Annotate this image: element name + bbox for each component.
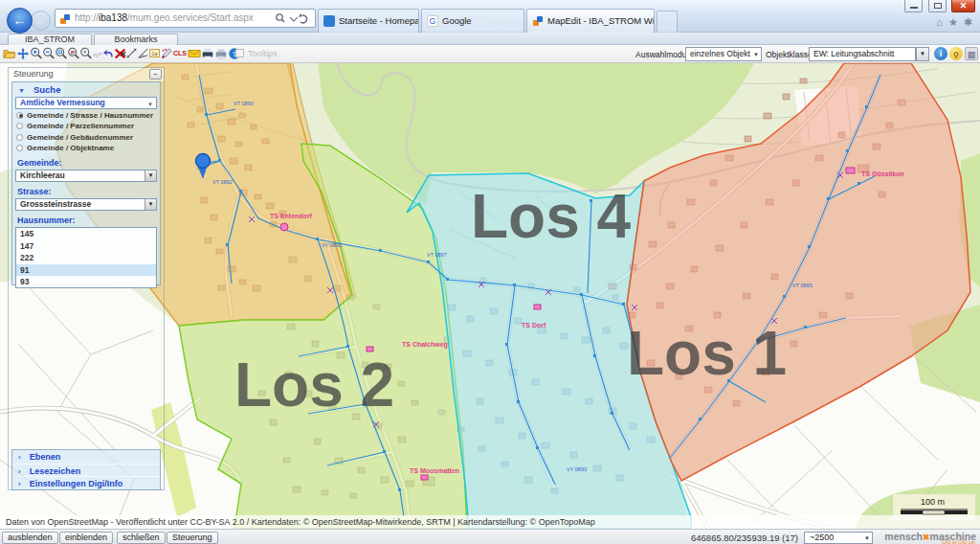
coordinates-display: 646865.80/235939.19 (17) (691, 533, 798, 543)
section-ebenen[interactable]: ›Ebenen (12, 450, 160, 464)
hausnummer-label: Hausnummer: (17, 215, 160, 225)
radio-option-parzellennummer[interactable]: Gemeinde / Parzellennummer (16, 122, 160, 131)
zoom-window-icon[interactable] (55, 47, 68, 60)
map-attribution: Daten von OpenStreetMap - Veröffentlicht… (0, 515, 980, 529)
info-icon[interactable]: i (934, 47, 947, 60)
startseite-favicon (323, 15, 335, 27)
star-icon[interactable]: ★ (948, 16, 958, 28)
panel-collapse-button[interactable]: − (149, 69, 162, 79)
ts-label-moosmatten: TS Moosmatten (410, 467, 459, 474)
panel-sections: ›Ebenen ›Lesezeichen ›Einstellungen Digi… (11, 449, 161, 490)
chevron-down-icon[interactable]: ▼ (145, 170, 156, 181)
plot-icon[interactable] (214, 47, 228, 60)
gear-icon[interactable]: ✱ (964, 16, 972, 28)
ts-marker (421, 475, 428, 480)
home-icon[interactable]: ⌂ (936, 16, 943, 28)
tooltips-checkbox[interactable] (235, 49, 244, 57)
radio-icon[interactable] (16, 145, 23, 151)
address-bar-icons[interactable] (273, 11, 313, 26)
close-button[interactable]: ✕ (951, 0, 975, 12)
einblenden-button[interactable]: einblenden (59, 532, 113, 544)
chevron-right-icon: › (18, 480, 21, 488)
section-einstellungen[interactable]: ›Einstellungen Digi/Info (12, 476, 160, 489)
hausnummer-item[interactable]: 147 (16, 240, 156, 253)
favorites-bar: IBA_STROM Bookmarks (0, 33, 980, 45)
tab-mapedit[interactable]: MapEdit - IBA_STROM Win32 × (526, 9, 655, 33)
chevron-down-icon: ▼ (18, 87, 25, 94)
favtab-bookmarks[interactable]: Bookmarks (94, 34, 178, 45)
url-path: /mum.geo.services/Start.aspx (127, 12, 254, 23)
forward-button[interactable]: → (31, 11, 51, 31)
chevron-down-icon: ▼ (147, 100, 153, 110)
hausnummer-item-selected[interactable]: 91 (16, 264, 156, 277)
panel-title: Steuerung (9, 68, 164, 81)
auswahlmodus-select[interactable]: einzelnes Objekt▼ (685, 47, 762, 61)
radio-icon[interactable] (16, 134, 23, 141)
mensch-maschine-logo: mensch✖maschineCAD as CAD can (884, 531, 976, 542)
page-icon[interactable]: ▤ (965, 47, 978, 60)
steuerung-button[interactable]: Steuerung (167, 532, 218, 544)
hausnummer-item[interactable]: 93 (16, 276, 156, 288)
hausnummer-item[interactable]: 222 (16, 252, 156, 264)
browser-window: ← → http://iba138/mum.geo.services/Start… (0, 0, 980, 544)
hausnummer-listbox[interactable]: 145 147 222 91 93 (15, 227, 157, 288)
objektklasse-dropdown-button[interactable]: ▼ (916, 47, 929, 61)
mapedit-favicon (532, 15, 544, 27)
open-folder-icon[interactable] (3, 47, 16, 60)
zoom-scale-select[interactable]: ~2500▼ (804, 532, 873, 544)
ts-marker (280, 223, 288, 231)
network-label: VT 0895 (792, 283, 813, 288)
radio-icon[interactable] (16, 123, 23, 129)
hausnummer-item[interactable]: 145 (16, 228, 156, 240)
google-favicon: G (427, 15, 438, 27)
radio-icon[interactable] (16, 112, 23, 119)
zoom-p-icon[interactable]: P (67, 47, 80, 60)
section-lesezeichen[interactable]: ›Lesezeichen (12, 464, 160, 477)
ts-label-entendorf: TS Entendorf (270, 213, 313, 219)
tab-google[interactable]: G Google (421, 9, 524, 33)
ausblenden-button[interactable]: ausblenden (2, 532, 58, 544)
map-viewport[interactable]: VT 0892 VT 0890 VY 0891 VT 0897 VY 0893 … (0, 63, 980, 529)
minimize-button[interactable] (904, 0, 923, 12)
gemeinde-label: Gemeinde: (17, 158, 160, 168)
back-button[interactable]: ← (7, 8, 33, 34)
schliessen-button[interactable]: schließen (117, 532, 166, 544)
maximize-button[interactable] (928, 0, 947, 12)
radio-option-objektname[interactable]: Gemeinde / Objektname (16, 144, 160, 153)
search-mode-select[interactable]: Amtliche Vermessung▼ (15, 97, 157, 109)
zoom-in-icon[interactable] (30, 47, 43, 60)
radio-option-strasse-hausnummer[interactable]: Gemeinde / Strasse / Hausnummer (16, 111, 160, 121)
radio-option-gebaeudenummer[interactable]: Gemeinde / Gebäudenummer (16, 133, 160, 143)
cls-icon[interactable]: CLS (173, 50, 187, 57)
pan-icon[interactable] (16, 47, 30, 60)
network-label: VT 0897 (427, 252, 447, 258)
new-tab-stub[interactable] (657, 11, 678, 33)
window-buttons: ✕ (903, 0, 975, 13)
zoom-prev-icon[interactable] (79, 47, 93, 60)
zoom-out-icon[interactable] (42, 47, 56, 60)
strasse-select[interactable]: Grosssteinstrasse▼ (15, 198, 157, 211)
url-prefix: http:// (75, 12, 99, 23)
mapedit-favicon (59, 13, 71, 25)
print-icon[interactable] (201, 47, 214, 60)
svg-text:P: P (71, 49, 75, 56)
digitize-pen-icon[interactable] (160, 47, 173, 60)
network-label: VY 0891 (322, 242, 342, 248)
network-label: VY 0893 (567, 466, 587, 472)
svg-text:xy?: xy? (93, 51, 102, 57)
chevron-down-icon[interactable]: ▼ (145, 199, 156, 210)
network-label: VT 0890 (234, 101, 254, 106)
search-section-header[interactable]: ▼Suche (12, 82, 160, 95)
message-icon[interactable] (188, 47, 201, 60)
favtab-iba-strom[interactable]: IBA_STROM (8, 34, 92, 45)
gemeinde-select[interactable]: Kirchleerau▼ (15, 170, 157, 182)
address-bar[interactable]: http://iba138/mum.geo.services/Start.asp… (55, 9, 316, 28)
ts-label-chalchweg: TS Chalchweg (402, 341, 448, 349)
bulb-icon[interactable]: ϙ (949, 47, 963, 60)
ts-label-goesslikon: TS Gösslikon (861, 170, 904, 177)
objektklasse-label: Objektklasse: (766, 50, 814, 59)
objektklasse-select[interactable]: EW: Leitungsabschnitt (809, 47, 916, 61)
steuerung-panel: Steuerung − ▼Suche Amtliche Vermessung▼ … (8, 67, 165, 490)
ts-label-dorf: TS Dorf (522, 322, 546, 329)
tab-startseite[interactable]: Startseite - Homepage (318, 9, 419, 33)
